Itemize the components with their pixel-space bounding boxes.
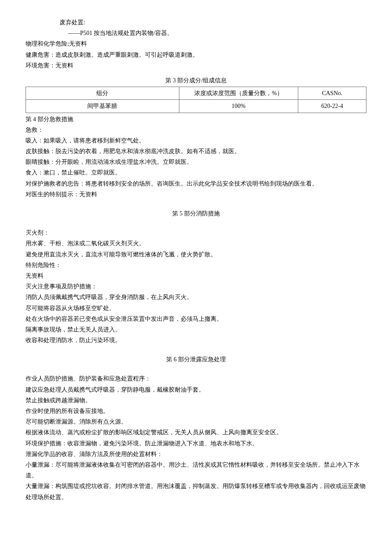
disposal-label: 废弃处置: [60, 17, 366, 28]
rescuer-text: 对保护施救者的忠告：将患者转移到安全的场所。咨询医生。出示此化学品安全技术说明书… [26, 178, 366, 189]
environment-hazard: 环境危害：无资料 [26, 60, 366, 71]
s6-line4: 尽可能切断泄漏源。消除所有点火源。 [26, 416, 366, 427]
s5-note3: 处在火场中的容器若已变色或从安全泄压装置中发出声音，必须马上撤离。 [26, 314, 366, 324]
s5-note1: 消防人员须佩戴携气式呼吸器，穿全身消防服，在上风向灭火。 [26, 292, 366, 302]
skin-text: 皮肤接触：脱去污染的衣着，用肥皂水和清水彻底冲洗皮肤。如有不适感，就医。 [26, 146, 366, 157]
large-leak: 大量泄漏：构筑围堤或挖坑收容。封闭排水管道。用泡沫覆盖，抑制蒸发。用防爆泵转移至… [26, 481, 366, 502]
header-component: 组分 [26, 87, 179, 100]
s6-line1: 建议应急处理人员戴携气式呼吸器，穿防静电服，戴橡胶耐油手套。 [26, 384, 366, 395]
extinguisher-label: 灭火剂： [26, 227, 366, 238]
p501-text: ——P501 按当地法规处置内装物/容器。 [68, 28, 366, 38]
inhalation-text: 吸入：如果吸入，请将患者移到新鲜空气处。 [26, 135, 366, 146]
cell-cas: 620-22-4 [298, 100, 366, 113]
header-concentration: 浓度或浓度范围（质量分数，%） [179, 87, 298, 100]
special-label: 特别危险性： [26, 260, 366, 270]
composition-table: 组分 浓度或浓度范围（质量分数，%） CASNo. 间甲基苯腈 100% 620… [26, 87, 366, 113]
header-cas: CASNo. [298, 87, 366, 100]
section5-title: 第 5 部分消防措施 [26, 208, 366, 219]
s5-note5: 收容和处理消防水，防止污染环境。 [26, 335, 366, 346]
table-row: 间甲基苯腈 100% 620-22-4 [26, 100, 366, 113]
firstaid-label: 急救： [26, 125, 366, 135]
s5-note2: 尽可能将容器从火场移至空旷处。 [26, 303, 366, 314]
small-leak: 小量泄漏：尽可能将泄漏液体收集在可密闭的容器中。用沙土、活性炭或其它惰性材料吸收… [26, 459, 366, 481]
s6-line2: 禁止接触或跨越泄漏物。 [26, 395, 366, 406]
physical-hazard: 物理和化学危险;无资料 [26, 38, 366, 49]
notes-label: 灭火注意事项及防护措施： [26, 281, 366, 292]
s5-line2: 避免使用直流水灭火，直流水可能导致可燃性液体的飞溅，使火势扩散。 [26, 249, 366, 260]
health-hazard: 健康危害：造成皮肤刺激。造成严重眼刺激。可引起呼吸道刺激。 [26, 49, 366, 60]
cell-component: 间甲基苯腈 [26, 100, 179, 113]
cell-concentration: 100% [179, 100, 298, 113]
env-text: 环境保护措施：收容泄漏物，避免污染环境。防止泄漏物进入下水道、地表水和地下水。 [26, 438, 366, 449]
section4-title: 第 4 部分急救措施 [26, 114, 366, 125]
doctor-text: 对医生的特别提示：无资料 [26, 189, 366, 200]
table-header-row: 组分 浓度或浓度范围（质量分数，%） CASNo. [26, 87, 366, 100]
personnel-label: 作业人员防护措施、防护装备和应急处置程序： [26, 373, 366, 384]
section6-title: 第 6 部分泄露应急处理 [26, 354, 366, 365]
s5-note4: 隔离事故现场，禁止无关人员进入。 [26, 324, 366, 335]
special-value: 无资料 [26, 270, 366, 281]
s6-line3: 作业时使用的所有设备应接地。 [26, 406, 366, 416]
ingestion-text: 食入：漱口，禁止催吐。立即就医。 [26, 167, 366, 178]
s5-line1: 用水雾、干粉、泡沫或二氧化碳灭火剂灭火。 [26, 238, 366, 249]
eye-text: 眼睛接触：分开眼睑，用流动清水或生理盐水冲洗。立即就医。 [26, 157, 366, 167]
section3-title: 第 3 部分成分/组成信息 [26, 75, 366, 86]
cleanup-label: 泄漏化学品的收容、清除方法及所使用的处置材料： [26, 449, 366, 459]
s6-line5: 根据液体流动、蒸汽或粉尘扩散的影响区域划定警戒区，无关人员从侧风、上风向撤离至安… [26, 427, 366, 438]
